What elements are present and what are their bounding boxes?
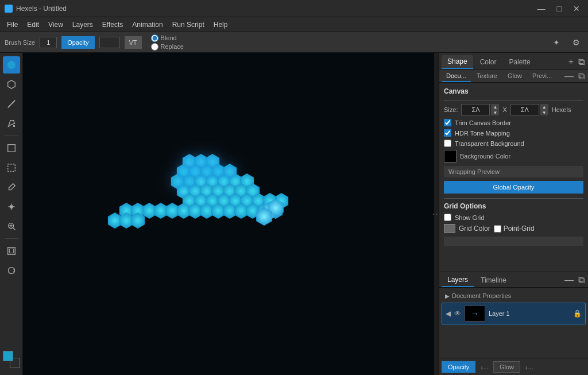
canvas-height-input[interactable]: ΣΛ: [510, 104, 539, 115]
add-tab-button[interactable]: +: [567, 56, 575, 68]
tab-shape[interactable]: Shape: [442, 55, 473, 69]
collapse-layers-button[interactable]: —: [563, 275, 575, 286]
document-properties-row[interactable]: ▶ Document Properties: [442, 290, 586, 301]
menu-layers[interactable]: Layers: [68, 19, 98, 30]
toolbar: Brush Size 1 Opacity VT Blend Replace ✦ …: [0, 32, 588, 53]
bg-color-label: Background Color: [460, 153, 510, 160]
hdr-tone-checkbox[interactable]: [444, 129, 451, 137]
timeline-tab[interactable]: Timeline: [475, 274, 512, 287]
layer-thumb-icon: →: [471, 309, 479, 318]
width-down[interactable]: ▼: [491, 110, 499, 115]
layer-expand-arrow[interactable]: ◀: [446, 310, 451, 318]
opacity-dots[interactable]: ↓...: [477, 362, 492, 372]
eyedropper-tool[interactable]: [3, 179, 20, 196]
layers-tab-bar: Layers Timeline — ⧉: [439, 272, 588, 288]
detach-sub-tab-button[interactable]: ⧉: [577, 71, 586, 82]
show-grid-checkbox[interactable]: [444, 214, 451, 221]
menu-animation[interactable]: Animation: [127, 19, 167, 30]
menu-run-script[interactable]: Run Script: [168, 19, 209, 30]
menu-file[interactable]: File: [2, 19, 22, 30]
opacity-bottom-button[interactable]: Opacity: [442, 361, 475, 373]
grid-color-preview[interactable]: [444, 224, 455, 233]
replace-option[interactable]: Replace: [151, 43, 184, 51]
point-grid-checkbox[interactable]: [494, 225, 501, 233]
hex-fill-tool[interactable]: [3, 56, 20, 74]
replace-radio[interactable]: [151, 43, 158, 51]
main-area: ⋮ Shape Color Palette + ⧉ Docu... Textur…: [0, 53, 588, 375]
glow-dots[interactable]: ↓...: [521, 362, 537, 372]
opacity-value-input[interactable]: [99, 37, 120, 48]
settings-icon[interactable]: ⚙: [568, 35, 583, 50]
detach-layers-button[interactable]: ⧉: [577, 275, 586, 286]
canvas-width-input[interactable]: ΣΛ: [461, 104, 490, 115]
width-arrows: ▲ ▼: [491, 104, 499, 115]
opacity-button[interactable]: Opacity: [61, 36, 94, 49]
splitter-handle: ⋮: [431, 210, 439, 219]
menu-help[interactable]: Help: [209, 19, 233, 30]
blend-option[interactable]: Blend: [151, 34, 184, 42]
main-canvas[interactable]: [23, 53, 439, 375]
width-up[interactable]: ▲: [491, 104, 499, 110]
background-color-row: Background Color: [444, 150, 583, 163]
transparent-bg-checkbox[interactable]: [444, 140, 451, 147]
menu-effects[interactable]: Effects: [98, 19, 127, 30]
line-tool[interactable]: [3, 95, 20, 113]
layer-item[interactable]: ◀ 👁 → Layer 1 🔒: [442, 303, 586, 324]
tab-color[interactable]: Color: [474, 56, 502, 68]
canvas-area[interactable]: ⋮: [23, 53, 439, 375]
blend-replace-group: Blend Replace: [151, 34, 184, 51]
pan-tool[interactable]: [3, 198, 20, 215]
menu-view[interactable]: View: [44, 19, 68, 30]
transparent-bg-row: Transparent Background: [444, 140, 583, 147]
global-opacity-label: Global Opacity: [493, 184, 534, 191]
expand-tab-button[interactable]: ⧉: [577, 56, 586, 68]
hex-outline-tool[interactable]: [3, 76, 20, 93]
minimize-button[interactable]: —: [534, 3, 549, 14]
global-opacity-bar[interactable]: Global Opacity: [444, 181, 583, 194]
sub-tab-document[interactable]: Docu...: [442, 71, 471, 82]
doc-props-label: Document Properties: [452, 292, 511, 299]
panel-splitter[interactable]: ⋮: [434, 53, 439, 375]
sub-tab-texture[interactable]: Texture: [472, 71, 502, 82]
wrapping-preview-button[interactable]: Wrapping Preview: [444, 166, 583, 177]
vt-button[interactable]: VT: [125, 36, 142, 49]
menu-edit[interactable]: Edit: [22, 19, 44, 30]
transform-tool[interactable]: [3, 262, 20, 279]
frame-tool[interactable]: [3, 242, 20, 260]
sub-tab-preview[interactable]: Previ...: [528, 71, 556, 82]
sunburst-icon[interactable]: ✦: [549, 35, 564, 50]
maximize-button[interactable]: □: [554, 3, 565, 14]
svg-point-3: [13, 125, 15, 127]
replace-label: Replace: [161, 43, 184, 50]
trim-canvas-row: Trim Canvas Border: [444, 119, 583, 126]
layer-lock-icon[interactable]: 🔒: [573, 310, 582, 318]
panel-content: Canvas Size: ΣΛ ▲ ▼ X ΣΛ ▲ ▼: [439, 83, 588, 272]
close-button[interactable]: ✕: [570, 3, 583, 14]
height-down[interactable]: ▼: [540, 110, 548, 115]
collapse-sub-tab-button[interactable]: —: [563, 71, 575, 82]
zoom-tool[interactable]: [3, 218, 20, 235]
blend-radio[interactable]: [151, 34, 158, 42]
layer-name-label: Layer 1: [489, 310, 570, 317]
height-up[interactable]: ▲: [540, 104, 548, 110]
layer-visibility-icon[interactable]: 👁: [454, 310, 461, 318]
grid-opacity-bar[interactable]: [444, 237, 583, 246]
color-swatch[interactable]: [3, 351, 20, 368]
tab-palette[interactable]: Palette: [503, 56, 536, 68]
height-arrows: ▲ ▼: [540, 104, 548, 115]
brush-size-input[interactable]: 1: [40, 37, 57, 48]
selection-tool[interactable]: [3, 159, 20, 176]
layer-thumbnail: →: [465, 306, 485, 322]
bg-color-preview[interactable]: [444, 150, 457, 163]
foreground-color-swatch[interactable]: [3, 351, 13, 361]
layers-tab[interactable]: Layers: [442, 273, 474, 287]
glow-bottom-button[interactable]: Glow: [493, 361, 520, 373]
paint-bucket-tool[interactable]: [3, 115, 20, 132]
trim-canvas-checkbox[interactable]: [444, 119, 451, 126]
doc-props-arrow: ▶: [445, 293, 450, 299]
sub-tab-bar: Docu... Texture Glow Previ... — ⧉: [439, 69, 588, 83]
layers-panel: Layers Timeline — ⧉ ▶ Document Propertie…: [439, 272, 588, 375]
shape-tool[interactable]: [3, 140, 20, 157]
trim-canvas-label: Trim Canvas Border: [455, 119, 511, 126]
sub-tab-glow[interactable]: Glow: [503, 71, 527, 82]
